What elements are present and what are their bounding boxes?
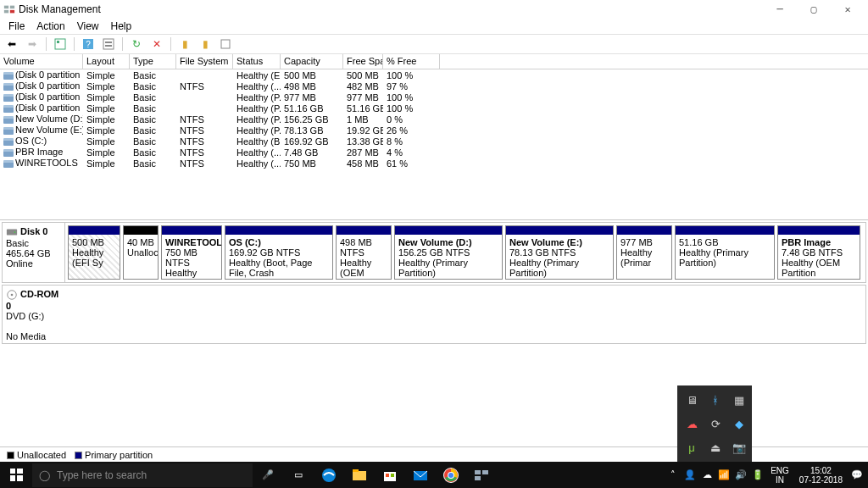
col-capacity[interactable]: Capacity xyxy=(281,54,343,69)
svg-rect-19 xyxy=(3,105,14,108)
volume-row[interactable]: New Volume (E:)SimpleBasicNTFSHealthy (P… xyxy=(0,125,868,136)
notifications-icon[interactable]: 💬 xyxy=(849,462,865,488)
tray-utorrent-icon[interactable]: μ xyxy=(682,438,701,457)
partition[interactable]: 40 MBUnalloc xyxy=(123,225,159,280)
svg-rect-5 xyxy=(57,41,59,43)
task-view-icon[interactable]: ▭ xyxy=(283,462,314,488)
volume-row[interactable]: WINRETOOLSSimpleBasicNTFSHealthy (...750… xyxy=(0,158,868,169)
tray-display-icon[interactable]: 🖥 xyxy=(682,391,701,409)
col-type[interactable]: Type xyxy=(130,54,176,69)
disk-icon xyxy=(6,226,18,238)
svg-rect-18 xyxy=(3,107,14,113)
cdrom-drive: DVD (G:) xyxy=(6,311,44,321)
svg-rect-15 xyxy=(3,83,14,86)
svg-rect-50 xyxy=(482,470,488,474)
refresh-button[interactable]: ↻ xyxy=(128,36,145,52)
volume-row[interactable]: OS (C:)SimpleBasicNTFSHealthy (B...169.9… xyxy=(0,136,868,147)
properties-button[interactable] xyxy=(217,36,234,52)
menu-action[interactable]: Action xyxy=(31,20,70,32)
svg-rect-3 xyxy=(10,10,14,14)
diskmgmt-taskbar-icon[interactable] xyxy=(466,462,497,488)
forward-button[interactable]: ➡ xyxy=(24,36,41,52)
maximize-button[interactable]: ▢ xyxy=(797,0,831,19)
col-filesystem[interactable]: File System xyxy=(176,54,233,69)
svg-rect-14 xyxy=(3,85,14,91)
svg-rect-40 xyxy=(353,469,359,472)
tray-cloud-icon[interactable]: ☁ xyxy=(682,414,701,433)
language-indicator[interactable]: ENGIN xyxy=(767,466,793,485)
store-icon[interactable] xyxy=(375,462,405,488)
col-freespace[interactable]: Free Spa... xyxy=(343,54,383,69)
search-box[interactable]: ◯ Type here to search xyxy=(32,463,253,487)
clock[interactable]: 15:0207-12-2018 xyxy=(794,466,848,485)
cdrom-row[interactable]: CD-ROM 0 DVD (G:) No Media xyxy=(2,285,866,344)
menu-view[interactable]: View xyxy=(72,20,104,32)
svg-rect-13 xyxy=(3,72,14,75)
explorer-icon[interactable] xyxy=(344,462,375,488)
volume-row[interactable]: (Disk 0 partition 5)SimpleBasicNTFSHealt… xyxy=(0,80,868,92)
partition[interactable]: 498 MB NTFSHealthy (OEM xyxy=(336,225,392,280)
tray-touchpad-icon[interactable]: ▦ xyxy=(730,391,748,409)
cortana-mic-icon[interactable]: 🎤 xyxy=(253,462,283,488)
disk-0-row[interactable]: Disk 0 Basic 465.64 GB Online 500 MBHeal… xyxy=(2,222,866,283)
svg-rect-9 xyxy=(105,42,112,43)
mail-icon[interactable] xyxy=(405,462,436,488)
col-volume[interactable]: Volume xyxy=(0,54,83,69)
chrome-icon[interactable] xyxy=(436,462,466,488)
volume-row[interactable]: (Disk 0 partition 10)SimpleBasicHealthy … xyxy=(0,103,868,114)
minimize-button[interactable]: ─ xyxy=(763,0,797,19)
show-hide-button[interactable] xyxy=(52,36,69,52)
col-layout[interactable]: Layout xyxy=(83,54,130,69)
tray-network-icon[interactable]: 📶 xyxy=(716,462,732,488)
help-button[interactable]: ? xyxy=(80,36,97,52)
partition[interactable]: 51.16 GBHealthy (Primary Partition) xyxy=(675,225,775,280)
partition[interactable]: 977 MBHealthy (Primar xyxy=(616,225,672,280)
tray-people-icon[interactable]: 👤 xyxy=(682,462,698,488)
start-button[interactable] xyxy=(0,462,32,488)
svg-rect-42 xyxy=(386,474,389,477)
partition[interactable]: 500 MBHealthy (EFI Sy xyxy=(68,225,120,280)
tray-onedrive-icon[interactable]: ☁ xyxy=(699,462,715,488)
search-placeholder: Type here to search xyxy=(57,469,147,481)
delete-button[interactable]: ✕ xyxy=(148,36,165,52)
disk-status: Online xyxy=(6,258,33,269)
tray-bluetooth-icon[interactable]: ᚼ xyxy=(706,391,725,409)
cdrom-info: CD-ROM 0 DVD (G:) No Media xyxy=(3,286,65,343)
tray-eject-icon[interactable]: ⏏ xyxy=(706,438,725,457)
partition[interactable]: New Volume (E:)78.13 GB NTFSHealthy (Pri… xyxy=(505,225,614,280)
col-status[interactable]: Status xyxy=(233,54,281,69)
svg-rect-51 xyxy=(475,476,481,480)
menu-help[interactable]: Help xyxy=(106,20,137,32)
search-icon: ◯ xyxy=(39,469,50,481)
settings-button[interactable] xyxy=(100,36,117,52)
tray-camera-icon[interactable]: 📷 xyxy=(730,438,748,457)
menu-file[interactable]: File xyxy=(3,20,30,32)
disk-name: Disk 0 xyxy=(20,226,47,236)
volume-row[interactable]: New Volume (D:)SimpleBasicNTFSHealthy (P… xyxy=(0,114,868,125)
volume-row[interactable]: (Disk 0 partition 9)SimpleBasicHealthy (… xyxy=(0,92,868,103)
volume-row[interactable]: (Disk 0 partition 1)SimpleBasicHealthy (… xyxy=(0,69,868,80)
tray-battery-icon[interactable]: 🔋 xyxy=(750,462,765,488)
tray-app-icon[interactable]: ◆ xyxy=(730,414,748,433)
svg-rect-28 xyxy=(3,162,14,168)
svg-rect-2 xyxy=(4,10,8,14)
system-tray-overflow[interactable]: 🖥 ᚼ ▦ ☁ ⟳ ◆ μ ⏏ 📷 xyxy=(677,385,752,462)
volume-row[interactable]: PBR ImageSimpleBasicNTFSHealthy (...7.48… xyxy=(0,147,868,158)
partition[interactable]: PBR Image7.48 GB NTFSHealthy (OEM Partit… xyxy=(777,225,860,280)
tray-sync-icon[interactable]: ⟳ xyxy=(706,414,725,433)
tray-up-icon[interactable]: ˄ xyxy=(665,462,681,488)
svg-rect-0 xyxy=(4,6,8,9)
partition[interactable]: New Volume (D:)156.25 GB NTFSHealthy (Pr… xyxy=(394,225,503,280)
tray-volume-icon[interactable]: 🔊 xyxy=(733,462,748,488)
disk-0-info: Disk 0 Basic 465.64 GB Online xyxy=(3,223,65,282)
col-percentfree[interactable]: % Free xyxy=(383,54,440,69)
partition[interactable]: WINRETOOLS750 MB NTFSHealthy (OEM P xyxy=(161,225,222,280)
edge-icon[interactable] xyxy=(314,462,344,488)
action2-button[interactable]: ▮ xyxy=(197,36,214,52)
action1-button[interactable]: ▮ xyxy=(176,36,193,52)
back-button[interactable]: ⬅ xyxy=(3,36,20,52)
partition[interactable]: OS (C:)169.92 GB NTFSHealthy (Boot, Page… xyxy=(225,225,333,280)
disk-size: 465.64 GB xyxy=(6,248,51,258)
close-button[interactable]: ✕ xyxy=(831,0,865,19)
disk-type: Basic xyxy=(6,238,29,248)
